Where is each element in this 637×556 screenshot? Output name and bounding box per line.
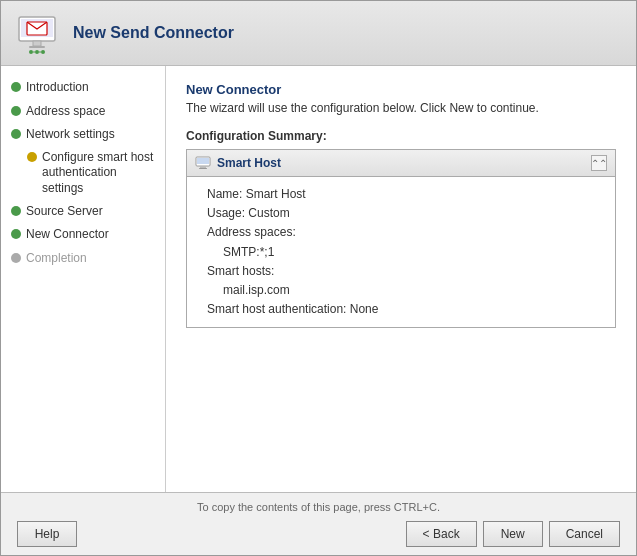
title-bar: New Send Connector [1,1,636,66]
smart-host-label: Smart Host [217,156,281,170]
svg-rect-3 [33,41,41,46]
main-heading: New Connector [186,82,616,97]
svg-point-7 [41,50,45,54]
help-button[interactable]: Help [17,521,77,547]
sidebar-item-smart-host-auth[interactable]: Configure smart host authentication sett… [1,147,165,200]
bullet-network-settings [11,129,21,139]
svg-point-6 [29,50,33,54]
footer-hint: To copy the contents of this page, press… [17,501,620,513]
bullet-address-space [11,106,21,116]
back-button[interactable]: < Back [406,521,477,547]
config-box-header: Smart Host ⌃⌃ [187,150,615,177]
svg-rect-12 [200,166,206,168]
bullet-source-server [11,206,21,216]
svg-rect-11 [197,158,209,164]
config-line-6: Smart host authentication: None [207,300,603,319]
config-line-4: Smart hosts: [207,262,603,281]
bullet-new-connector [11,229,21,239]
svg-rect-4 [29,46,45,48]
config-summary-label: Configuration Summary: [186,129,616,143]
footer-bar: To copy the contents of this page, press… [1,492,636,555]
bullet-introduction [11,82,21,92]
sidebar-item-introduction[interactable]: Introduction [1,76,165,100]
config-line-5: mail.isp.com [207,281,603,300]
config-box: Smart Host ⌃⌃ Name: Smart Host Usage: Cu… [186,149,616,328]
bullet-completion [11,253,21,263]
footer-buttons: Help < Back New Cancel [17,521,620,547]
sidebar-item-address-space[interactable]: Address space [1,100,165,124]
nav-buttons: < Back New Cancel [406,521,620,547]
new-button[interactable]: New [483,521,543,547]
content-area: Introduction Address space Network setti… [1,66,636,492]
main-description: The wizard will use the configuration be… [186,101,616,115]
sidebar-item-new-connector[interactable]: New Connector [1,223,165,247]
collapse-button[interactable]: ⌃⌃ [591,155,607,171]
config-line-1: Usage: Custom [207,204,603,223]
sidebar-item-completion[interactable]: Completion [1,247,165,271]
config-box-header-left: Smart Host [195,155,281,171]
bullet-smart-host-auth [27,152,37,162]
config-box-content: Name: Smart Host Usage: Custom Address s… [187,177,615,327]
main-panel: New Connector The wizard will use the co… [166,66,636,492]
sidebar-item-network-settings[interactable]: Network settings [1,123,165,147]
svg-point-5 [35,50,39,54]
window-title: New Send Connector [73,24,234,42]
cancel-button[interactable]: Cancel [549,521,620,547]
connector-icon [13,9,61,57]
svg-rect-13 [199,168,207,169]
main-window: New Send Connector Introduction Address … [0,0,637,556]
sidebar: Introduction Address space Network setti… [1,66,166,492]
config-line-3: SMTP:*;1 [207,243,603,262]
sidebar-item-source-server[interactable]: Source Server [1,200,165,224]
config-line-2: Address spaces: [207,223,603,242]
config-line-0: Name: Smart Host [207,185,603,204]
smart-host-icon [195,155,211,171]
